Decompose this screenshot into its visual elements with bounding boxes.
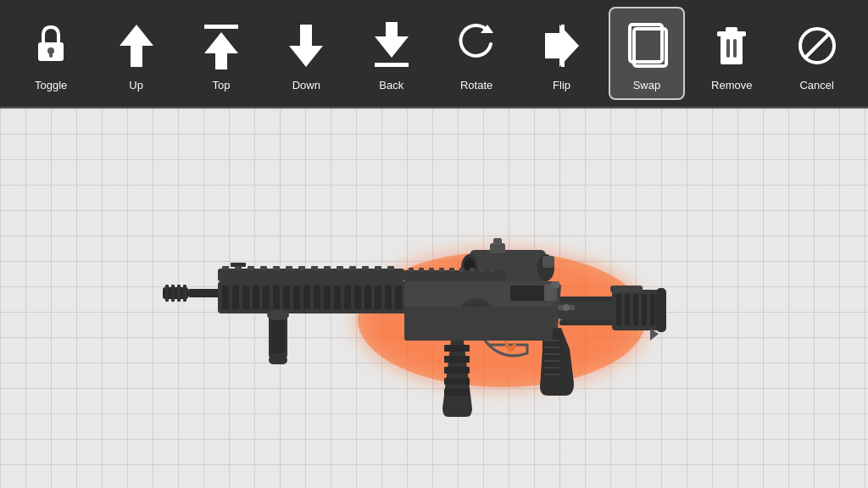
svg-rect-41 [349, 266, 356, 270]
svg-rect-7 [375, 63, 409, 67]
remove-icon [706, 16, 757, 75]
swap-icon [621, 16, 672, 75]
svg-rect-51 [273, 286, 280, 309]
svg-rect-116 [642, 294, 647, 326]
top-label: Top [212, 79, 230, 92]
svg-rect-47 [232, 286, 239, 309]
svg-rect-81 [404, 270, 506, 282]
back-icon [366, 16, 417, 75]
svg-rect-37 [298, 266, 305, 270]
down-label: Down [292, 79, 320, 92]
svg-rect-59 [354, 286, 361, 309]
svg-rect-87 [459, 268, 465, 272]
svg-rect-83 [419, 268, 424, 272]
canvas-area[interactable] [0, 108, 868, 488]
svg-rect-39 [324, 266, 331, 270]
svg-rect-95 [444, 345, 470, 352]
svg-rect-61 [375, 286, 381, 309]
rotate-icon [451, 16, 502, 75]
svg-rect-16 [726, 27, 737, 33]
svg-rect-62 [385, 286, 392, 309]
up-icon [111, 16, 162, 75]
svg-rect-117 [650, 294, 655, 326]
svg-rect-97 [444, 367, 470, 374]
svg-rect-94 [551, 281, 559, 288]
toggle-label: Toggle [35, 79, 67, 92]
svg-point-123 [563, 304, 570, 311]
down-icon [281, 16, 331, 75]
svg-rect-11 [561, 25, 565, 67]
svg-rect-113 [616, 294, 621, 326]
svg-rect-88 [470, 268, 475, 272]
flip-label: Flip [553, 79, 570, 92]
svg-rect-31 [222, 266, 229, 270]
cancel-label: Cancel [799, 79, 833, 92]
svg-marker-8 [375, 22, 409, 58]
rotate-label: Rotate [460, 79, 492, 92]
svg-rect-52 [283, 286, 290, 309]
remove-label: Remove [711, 79, 752, 92]
top-button[interactable]: Top [183, 7, 259, 100]
svg-rect-99 [444, 389, 470, 396]
rotate-button[interactable]: Rotate [438, 7, 515, 100]
svg-line-20 [806, 35, 828, 57]
down-button[interactable]: Down [268, 7, 344, 100]
svg-rect-53 [293, 286, 300, 309]
svg-rect-85 [439, 268, 444, 272]
svg-rect-98 [444, 378, 470, 385]
svg-rect-40 [337, 266, 343, 270]
back-button[interactable]: Back [353, 7, 430, 100]
flip-icon [537, 16, 587, 75]
svg-rect-57 [334, 286, 341, 309]
svg-rect-38 [311, 266, 318, 270]
svg-rect-55 [314, 286, 320, 309]
back-label: Back [379, 79, 403, 92]
svg-rect-32 [235, 266, 242, 270]
svg-rect-54 [303, 286, 310, 309]
toolbar: Toggle Up Top Down [0, 0, 868, 108]
toggle-button[interactable]: Toggle [13, 7, 89, 100]
svg-rect-114 [625, 294, 630, 326]
svg-rect-63 [395, 286, 402, 309]
svg-rect-56 [324, 286, 331, 309]
svg-rect-4 [204, 25, 238, 29]
svg-rect-26 [183, 285, 186, 302]
svg-rect-34 [260, 266, 267, 270]
svg-rect-48 [242, 286, 249, 309]
svg-rect-2 [49, 53, 53, 58]
svg-rect-118 [656, 288, 666, 332]
svg-rect-43 [375, 266, 381, 270]
svg-rect-89 [480, 268, 485, 272]
swap-button[interactable]: Swap [609, 7, 685, 100]
cancel-button[interactable]: Cancel [779, 7, 855, 100]
svg-rect-30 [218, 269, 404, 281]
svg-rect-120 [404, 307, 553, 341]
svg-rect-17 [726, 39, 730, 58]
svg-rect-25 [177, 285, 181, 302]
svg-rect-65 [271, 319, 285, 353]
svg-rect-23 [165, 285, 169, 302]
svg-point-67 [267, 310, 289, 320]
svg-rect-60 [364, 286, 371, 309]
svg-rect-119 [610, 286, 643, 292]
svg-rect-36 [286, 266, 292, 270]
flip-button[interactable]: Flip [524, 7, 600, 100]
cancel-icon [792, 16, 843, 75]
up-label: Up [129, 79, 143, 92]
svg-marker-6 [289, 25, 323, 67]
svg-rect-73 [493, 238, 502, 245]
svg-rect-84 [429, 268, 434, 272]
gun-display [86, 163, 782, 434]
lock-icon [25, 16, 76, 75]
top-icon [196, 16, 247, 75]
svg-rect-14 [721, 36, 743, 64]
svg-rect-18 [733, 39, 737, 58]
svg-rect-86 [449, 268, 454, 272]
svg-rect-33 [248, 266, 254, 270]
svg-marker-5 [204, 32, 238, 69]
svg-rect-35 [273, 266, 280, 270]
svg-rect-44 [387, 266, 394, 270]
svg-rect-50 [263, 286, 270, 309]
up-button[interactable]: Up [98, 7, 175, 100]
remove-button[interactable]: Remove [693, 7, 770, 100]
